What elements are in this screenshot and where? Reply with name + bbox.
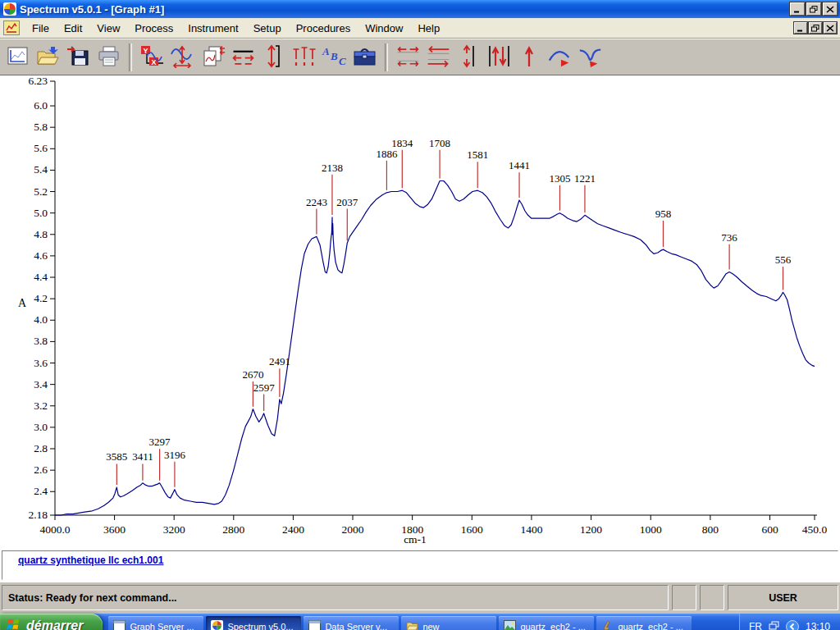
child-restore-button[interactable] (809, 22, 822, 34)
window-icon (308, 620, 321, 630)
minimize-button[interactable] (790, 2, 805, 16)
arrows-updown-button[interactable] (484, 43, 514, 72)
expand-y-button[interactable] (258, 43, 289, 72)
peak-up-button[interactable] (545, 43, 575, 72)
svg-text:2800: 2800 (222, 523, 244, 536)
text-abc-icon: ABC (322, 44, 347, 71)
svg-text:4000.0: 4000.0 (39, 523, 70, 536)
svg-text:4.4: 4.4 (34, 271, 48, 283)
child-window-icon[interactable] (3, 21, 20, 35)
svg-text:600: 600 (761, 523, 778, 536)
title-bar: Spectrum v5.0.1 - [Graph #1] (0, 0, 840, 18)
svg-text:4.6: 4.6 (34, 249, 48, 262)
restore-button[interactable] (806, 2, 821, 16)
menu-window[interactable]: Window (358, 21, 410, 36)
taskbar: démarrer Graph Server ...Spectrum v5.0..… (0, 614, 840, 630)
svg-text:736: 736 (721, 231, 737, 244)
open-icon (35, 44, 61, 71)
language-indicator[interactable]: FR (749, 621, 762, 630)
expand-x-button[interactable] (228, 43, 258, 72)
menu-edit[interactable]: Edit (57, 21, 89, 36)
expand-x-icon (231, 44, 256, 71)
start-label: démarrer (26, 619, 83, 630)
shift-y-button[interactable] (454, 43, 484, 72)
menu-file[interactable]: File (25, 21, 57, 36)
copy-graph-button[interactable] (198, 43, 228, 72)
child-minimize-button[interactable] (794, 22, 807, 34)
x-axis: 4000.03600320028002400200018001600140012… (39, 515, 827, 546)
svg-text:1200: 1200 (580, 523, 602, 536)
svg-text:A: A (322, 45, 330, 57)
svg-text:1000: 1000 (640, 523, 662, 536)
toolbox-button[interactable] (349, 43, 380, 72)
svg-text:2037: 2037 (336, 196, 358, 208)
expand-y-icon (261, 44, 286, 71)
task-label: quartz_ech2 - ... (618, 622, 683, 630)
toolbar-separator (129, 43, 132, 71)
spectrum-chart[interactable]: 6.236.05.85.65.45.25.04.84.64.44.24.03.8… (0, 75, 840, 550)
child-close-button[interactable] (824, 22, 837, 34)
start-button[interactable]: démarrer (0, 614, 103, 630)
save-button[interactable] (63, 43, 94, 72)
clock[interactable]: 13:10 (806, 621, 830, 630)
axes-scale-button[interactable]: YX (137, 43, 167, 72)
y-axis: 6.236.05.85.65.45.25.04.84.64.44.24.03.8… (18, 75, 55, 521)
taskbar-task-1[interactable]: Graph Server ... (108, 616, 203, 630)
svg-text:1400: 1400 (520, 523, 542, 536)
hide-icons-chevron[interactable] (786, 620, 799, 630)
svg-text:Y: Y (143, 46, 148, 54)
paint-icon (601, 620, 614, 630)
svg-text:1221: 1221 (574, 172, 596, 185)
peak-up-icon (547, 44, 573, 71)
user-label: USER (769, 592, 797, 604)
task-label: quartz_ech2 - ... (520, 622, 586, 630)
print-button[interactable] (94, 43, 124, 72)
image-icon (504, 620, 516, 630)
taskbar-task-2[interactable]: Spectrum v5.0... (206, 616, 301, 630)
legend-filename-link[interactable]: quartz synthetique llc ech1.001 (18, 555, 163, 566)
peak-down-icon (578, 44, 603, 71)
toolbar-separator (385, 43, 388, 71)
windows-flag-icon (7, 617, 21, 630)
menu-setup[interactable]: Setup (246, 21, 289, 36)
arrow-up-icon (517, 44, 542, 71)
open-button[interactable] (33, 43, 63, 72)
new-graph-button[interactable] (2, 43, 33, 72)
folder-icon (406, 620, 418, 630)
close-button[interactable] (823, 2, 838, 16)
svg-text:5.0: 5.0 (34, 207, 48, 219)
peak-down-button[interactable] (575, 43, 605, 72)
autoscale-button[interactable] (167, 43, 198, 72)
x-axis-label: cm-1 (404, 533, 427, 546)
taskbar-task-5[interactable]: quartz_ech2 - ... (499, 616, 594, 630)
text-abc-button[interactable]: ABC (319, 43, 349, 72)
svg-text:3200: 3200 (163, 523, 185, 536)
svg-text:2.8: 2.8 (34, 442, 48, 454)
menu-instrument[interactable]: Instrument (180, 21, 245, 36)
taskbar-task-3[interactable]: Data Server v... (304, 616, 399, 630)
menu-procedures[interactable]: Procedures (289, 21, 358, 36)
taskbar-task-6[interactable]: quartz_ech2 - ... (596, 616, 692, 630)
peak-label-icon (291, 44, 317, 71)
svg-text:1441: 1441 (509, 159, 530, 171)
svg-text:2138: 2138 (322, 162, 343, 174)
taskbar-task-4[interactable]: new (401, 616, 496, 630)
status-panel-1 (672, 585, 696, 610)
peak-label-button[interactable] (289, 43, 319, 72)
menu-view[interactable]: View (89, 21, 127, 36)
compare-button[interactable] (393, 43, 423, 72)
menu-help[interactable]: Help (410, 21, 447, 36)
status-panel-2 (700, 585, 724, 610)
arrow-up-button[interactable] (514, 43, 545, 72)
svg-text:450.0: 450.0 (802, 523, 828, 536)
menu-process[interactable]: Process (127, 21, 180, 36)
task-label: Data Server v... (325, 622, 387, 630)
swap-button[interactable] (423, 43, 454, 72)
svg-text:6.23: 6.23 (28, 75, 48, 87)
svg-text:2670: 2670 (242, 368, 263, 381)
toolbar: YXABC (0, 39, 840, 75)
svg-text:3.4: 3.4 (34, 378, 48, 390)
window-icon (113, 620, 126, 630)
svg-text:4.0: 4.0 (34, 313, 48, 326)
restore-window-tray-icon[interactable] (769, 621, 779, 630)
